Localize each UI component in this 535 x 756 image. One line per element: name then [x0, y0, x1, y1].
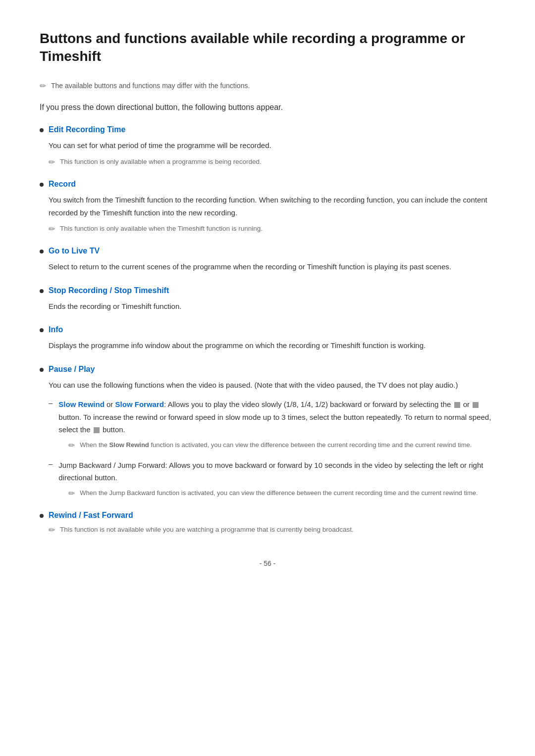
item-title-record: Record — [49, 180, 76, 189]
sub-content-slow-rewind: Slow Rewind or Slow Forward: Allows you … — [58, 400, 491, 434]
item-title-rewind-fast-forward: Rewind / Fast Forward — [49, 511, 133, 520]
item-note-edit-recording-time: ✏ This function is only available when a… — [40, 157, 495, 167]
play-icon — [94, 427, 100, 433]
intro-note-block: ✏ The available buttons and functions ma… — [40, 81, 495, 91]
pencil-icon: ✏ — [49, 224, 55, 234]
list-item-go-to-live-tv: Go to Live TV Select to return to the cu… — [40, 247, 495, 273]
sub-item-slow-rewind-forward: – Slow Rewind or Slow Forward: Allows yo… — [49, 398, 495, 450]
item-body-record: You switch from the Timeshift function t… — [40, 194, 495, 219]
bullet-dot — [40, 514, 44, 518]
list-item-record: Record You switch from the Timeshift fun… — [40, 180, 495, 234]
dash-icon: – — [49, 459, 53, 468]
note-text-edit-recording-time: This function is only available when a p… — [60, 157, 262, 167]
list-item-info: Info Displays the programme info window … — [40, 325, 495, 352]
bullet-dot — [40, 183, 44, 187]
pencil-icon: ✏ — [68, 489, 75, 498]
intro-note-text: The available buttons and functions may … — [51, 81, 250, 91]
sub-list-pause-play: – Slow Rewind or Slow Forward: Allows yo… — [40, 398, 495, 498]
list-item-pause-play: Pause / Play You can use the following f… — [40, 365, 495, 498]
sub-item-jump-backward-forward: – Jump Backward / Jump Forward: Allows y… — [49, 459, 495, 498]
item-title-stop-recording: Stop Recording / Stop Timeshift — [49, 286, 169, 295]
item-body-stop-recording: Ends the recording or Timeshift function… — [40, 300, 495, 313]
item-title-edit-recording-time: Edit Recording Time — [49, 125, 125, 134]
item-note-record: ✏ This function is only available when t… — [40, 224, 495, 234]
intro-text: If you press the down directional button… — [40, 101, 495, 114]
bullet-dot — [40, 328, 44, 332]
item-title-go-to-live-tv: Go to Live TV — [49, 247, 100, 255]
page-title: Buttons and functions available while re… — [40, 30, 495, 66]
dash-icon: – — [49, 399, 53, 407]
pencil-icon: ✏ — [49, 525, 55, 535]
bullet-dot — [40, 289, 44, 293]
page-number: - 56 - — [40, 559, 495, 567]
sub-note-jump: ✏ When the Jump Backward function is act… — [58, 488, 495, 498]
list-item-stop-recording: Stop Recording / Stop Timeshift Ends the… — [40, 286, 495, 313]
pencil-icon: ✏ — [40, 81, 46, 91]
item-body-go-to-live-tv: Select to return to the current scenes o… — [40, 260, 495, 273]
list-item-rewind-fast-forward: Rewind / Fast Forward ✏ This function is… — [40, 511, 495, 535]
pencil-icon: ✏ — [49, 157, 55, 167]
item-note-rewind-fast-forward: ✏ This function is not available while y… — [40, 525, 495, 535]
highlight-slow-forward: Slow Forward — [115, 400, 164, 408]
forward-icon — [473, 402, 479, 408]
sub-content-jump: Jump Backward / Jump Forward: Allows you… — [58, 461, 483, 482]
item-body-edit-recording-time: You can set for what period of time the … — [40, 139, 495, 152]
note-text-record: This function is only available when the… — [60, 224, 263, 234]
note-text-jump: When the Jump Backward function is activ… — [80, 488, 478, 498]
bullet-dot — [40, 368, 44, 372]
item-body-pause-play: You can use the following functions when… — [40, 379, 495, 392]
item-title-pause-play: Pause / Play — [49, 365, 95, 374]
bullet-dot — [40, 250, 44, 253]
note-text-slow-rewind: When the Slow Rewind function is activat… — [80, 440, 472, 450]
highlight-slow-rewind: Slow Rewind — [58, 400, 105, 408]
sub-note-slow-rewind: ✏ When the Slow Rewind function is activ… — [58, 440, 495, 450]
item-body-info: Displays the programme info window about… — [40, 339, 495, 352]
bullet-dot — [40, 128, 44, 132]
rewind-icon — [454, 402, 460, 408]
note-text-rewind-fast-forward: This function is not available while you… — [60, 525, 354, 535]
main-list: Edit Recording Time You can set for what… — [40, 125, 495, 535]
item-title-info: Info — [49, 325, 63, 334]
pencil-icon: ✏ — [68, 441, 75, 450]
list-item-edit-recording-time: Edit Recording Time You can set for what… — [40, 125, 495, 167]
